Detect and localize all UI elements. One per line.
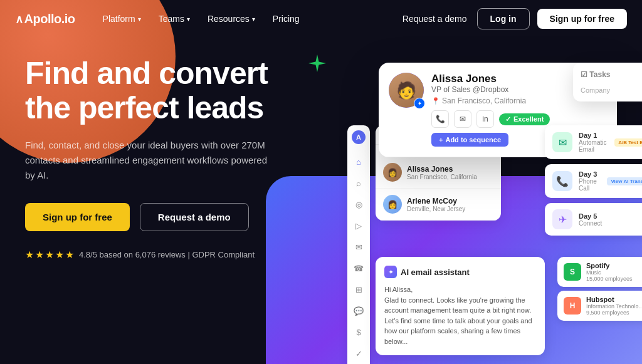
sidebar-icon-mail[interactable]: ✉ xyxy=(352,241,365,253)
sidebar-icon-arrow[interactable]: ▷ xyxy=(352,219,365,232)
sidebar-icon-phone[interactable]: ☎ xyxy=(352,262,365,274)
sequence-item-1: ✉ Day 1 Automatic Email A/B Test B xyxy=(545,125,642,159)
seq-day-3: Day 5 xyxy=(579,212,642,220)
star-1: ★ xyxy=(25,249,34,261)
linkedin-icon-btn[interactable]: in xyxy=(476,110,494,128)
chevron-down-icon: ▾ xyxy=(252,16,255,23)
seq-day-1: Day 1 xyxy=(579,132,608,139)
spotify-name: Spotify xyxy=(586,262,633,269)
seq-type-2: Phone Call xyxy=(579,178,601,192)
prospect-info-1: Alissa Jones San Francisco, California xyxy=(407,165,477,180)
rating-text: 4.8/5 based on 6,076 reviews | GDPR Comp… xyxy=(79,250,255,259)
company-cards: S Spotify Music 15,000 employees H Hubsp… xyxy=(557,257,642,321)
company-info-hubspot: Hubspot Information Technolo... 9,500 em… xyxy=(586,296,642,316)
connect-sequence-icon: ✈ xyxy=(552,209,572,229)
phone-sequence-icon: 📞 xyxy=(552,171,572,191)
company-info-spotify: Spotify Music 15,000 employees xyxy=(586,262,633,282)
star-2: ★ xyxy=(35,249,44,261)
prospect-location-1: San Francisco, California xyxy=(407,174,477,180)
login-button[interactable]: Log in xyxy=(477,8,530,29)
spotify-employees: 15,000 employees xyxy=(586,276,633,282)
sidebar-icon-search[interactable]: ⌕ xyxy=(352,177,365,189)
hubspot-logo: H xyxy=(564,297,581,315)
hero-demo-button[interactable]: Request a demo xyxy=(140,203,249,231)
sequence-panel: ✉ Day 1 Automatic Email A/B Test B 📞 Day… xyxy=(545,125,642,236)
signup-button[interactable]: Sign up for free xyxy=(537,9,627,29)
prospect-name-1: Alissa Jones xyxy=(407,165,477,174)
nav-resources[interactable]: Resources ▾ xyxy=(200,10,263,28)
ai-email-title: AI email assistant xyxy=(401,268,470,277)
ab-test-badge: A/B Test B xyxy=(614,138,642,147)
ai-email-body: Hi Alissa, Glad to connect. Looks like y… xyxy=(384,284,536,346)
sequence-info-3: Day 5 Connect xyxy=(579,212,642,227)
ai-email-header: ✦ AI email assistant xyxy=(384,266,536,278)
hubspot-employees: 9,500 employees xyxy=(586,309,642,316)
sequence-item-3: ✈ Day 5 Connect xyxy=(545,203,642,236)
apollo-mini-logo: A xyxy=(352,130,366,144)
sidebar-icon-dollar[interactable]: $ xyxy=(352,326,365,338)
prospect-avatar-1: 👩 xyxy=(383,163,402,182)
sidebar-mock: A ⌂ ⌕ ◎ ▷ ✉ ☎ ⊞ 💬 $ ✓ ⚡ 📊 xyxy=(347,125,370,364)
sidebar-icon-people[interactable]: ◎ xyxy=(352,198,365,211)
prospect-info-2: Arlene McCoy Denville, New Jersey xyxy=(407,197,465,212)
request-demo-link[interactable]: Request a demo xyxy=(400,9,470,29)
hero-signup-button[interactable]: Sign up for free xyxy=(25,203,130,231)
header: ∧Apollo.io Platform ▾ Teams ▾ Resources … xyxy=(0,0,642,38)
hero-title: Find and convert the perfect leads xyxy=(25,56,301,125)
company-card-spotify: S Spotify Music 15,000 employees xyxy=(557,257,642,287)
dropbox-badge: ✦ xyxy=(414,98,425,109)
location-pin-icon: 📍 xyxy=(431,97,440,105)
star-3: ★ xyxy=(45,249,54,261)
sidebar-icon-check[interactable]: ✓ xyxy=(352,347,365,360)
hero-buttons: Sign up for free Request a demo xyxy=(25,203,301,231)
plus-icon: + xyxy=(439,136,443,143)
prospect-location-2: Denville, New Jersey xyxy=(407,205,465,212)
company-card-hubspot: H Hubspot Information Technolo... 9,500 … xyxy=(557,291,642,321)
hubspot-industry: Information Technolo... xyxy=(586,303,642,309)
nav-platform[interactable]: Platform ▾ xyxy=(95,10,149,28)
header-actions: Request a demo Log in Sign up for free xyxy=(400,8,627,29)
seq-day-2: Day 3 xyxy=(579,170,601,178)
prospect-row-1[interactable]: 👩 Alissa Jones San Francisco, California xyxy=(376,157,501,189)
hero-subtitle: Find, contact, and close your ideal buye… xyxy=(25,138,276,183)
nav-pricing[interactable]: Pricing xyxy=(265,10,307,28)
hero-content: Find and convert the perfect leads Find,… xyxy=(25,56,301,261)
sequence-info-2: Day 3 Phone Call xyxy=(579,170,601,192)
spotify-industry: Music xyxy=(586,269,633,276)
avatar-container: 🧑 ✦ xyxy=(389,73,424,108)
logo-text: ∧Apollo.io xyxy=(15,12,75,26)
app-mockup: A ⌂ ⌕ ◎ ▷ ✉ ☎ ⊞ 💬 $ ✓ ⚡ 📊 👥 Pros... Name… xyxy=(341,44,642,351)
seq-type-3: Connect xyxy=(579,220,642,227)
sidebar-icon-grid[interactable]: ⊞ xyxy=(352,283,365,296)
sequence-item-2: 📞 Day 3 Phone Call View AI Trans xyxy=(545,164,642,198)
add-to-sequence-button[interactable]: + Add to sequence xyxy=(431,133,508,147)
sidebar-icon-home[interactable]: ⌂ xyxy=(352,155,365,168)
email-icon-btn[interactable]: ✉ xyxy=(454,110,471,128)
hero-rating: ★ ★ ★ ★ ★ 4.8/5 based on 6,076 reviews |… xyxy=(25,249,301,261)
rating-stars: ★ ★ ★ ★ ★ xyxy=(25,249,74,261)
phone-icon-btn[interactable]: 📞 xyxy=(431,110,449,128)
check-icon: ✓ xyxy=(505,115,511,123)
company-column-label: Company xyxy=(581,86,642,94)
logo[interactable]: ∧Apollo.io xyxy=(15,12,75,26)
star-4: ★ xyxy=(55,249,64,261)
chevron-down-icon: ▾ xyxy=(138,16,141,23)
checkbox-icon: ☑ xyxy=(581,70,589,79)
chevron-down-icon: ▾ xyxy=(187,16,190,23)
sequence-info-1: Day 1 Automatic Email xyxy=(579,132,608,153)
nav-teams[interactable]: Teams ▾ xyxy=(151,10,197,28)
ai-assistant-icon: ✦ xyxy=(384,266,397,278)
seq-type-1: Automatic Email xyxy=(579,139,608,153)
email-sequence-icon: ✉ xyxy=(552,132,572,152)
tasks-panel: ☑ Tasks Company xyxy=(573,63,642,101)
prospect-row-2[interactable]: 👩 Arlene McCoy Denville, New Jersey xyxy=(376,189,501,221)
excellent-badge: ✓ Excellent xyxy=(499,113,550,125)
ai-trans-badge: View AI Trans xyxy=(607,177,642,185)
sidebar-icon-chat[interactable]: 💬 xyxy=(352,304,365,317)
spotify-logo: S xyxy=(564,263,581,281)
hubspot-name: Hubspot xyxy=(586,296,642,303)
main-nav: Platform ▾ Teams ▾ Resources ▾ Pricing xyxy=(95,10,400,28)
ai-email-panel: ✦ AI email assistant Hi Alissa, Glad to … xyxy=(376,257,545,355)
prospect-name-2: Arlene McCoy xyxy=(407,197,465,205)
tasks-header: ☑ Tasks xyxy=(581,70,642,79)
